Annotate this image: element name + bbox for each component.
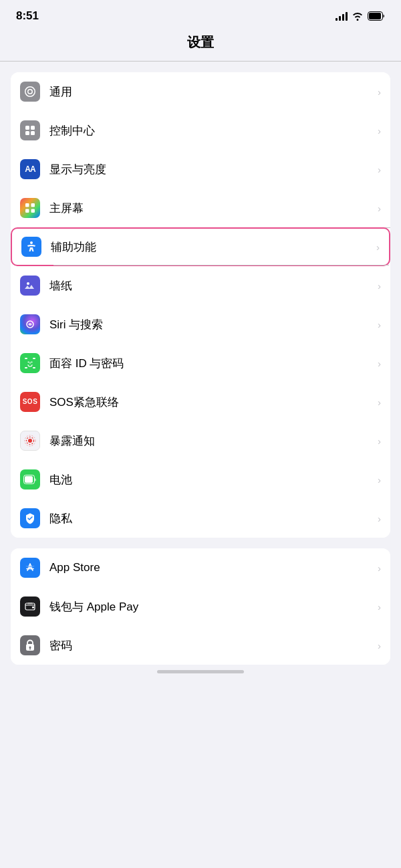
svg-rect-1 <box>369 13 381 19</box>
row-display[interactable]: AA 显示与亮度 › <box>11 150 390 189</box>
chevron-passwords: › <box>378 640 381 651</box>
row-privacy[interactable]: 隐私 › <box>11 499 390 538</box>
label-accessibility: 辅助功能 <box>51 239 372 255</box>
settings-section-2: App Store › 钱包与 Apple Pay › 密码 <box>11 548 390 665</box>
svg-rect-6 <box>25 203 29 207</box>
chevron-sos: › <box>378 397 381 408</box>
row-control-center[interactable]: 控制中心 › <box>11 111 390 150</box>
chevron-homescreen: › <box>378 203 381 214</box>
label-appstore: App Store <box>49 561 374 574</box>
status-icons <box>336 11 385 21</box>
page-title: 设置 <box>187 35 214 49</box>
svg-rect-14 <box>33 358 35 359</box>
svg-rect-24 <box>25 476 33 483</box>
row-siri[interactable]: Siri 与搜索 › <box>11 305 390 344</box>
svg-rect-27 <box>32 607 34 609</box>
svg-rect-15 <box>25 367 27 368</box>
svg-rect-9 <box>31 209 35 213</box>
svg-point-20 <box>28 439 32 443</box>
settings-section-1: 通用 › 控制中心 › AA 显示与亮度 › <box>11 72 390 538</box>
icon-battery <box>20 469 40 490</box>
icon-accessibility <box>21 237 41 257</box>
chevron-control-center: › <box>378 125 381 136</box>
chevron-wallet: › <box>378 601 381 613</box>
row-wallpaper[interactable]: 墙纸 › <box>11 266 390 305</box>
chevron-wallpaper: › <box>378 280 381 292</box>
svg-rect-3 <box>31 126 35 130</box>
label-passwords: 密码 <box>49 638 374 653</box>
chevron-battery: › <box>378 474 381 485</box>
row-passwords[interactable]: 密码 › <box>11 626 390 665</box>
svg-rect-16 <box>33 367 35 368</box>
icon-control-center <box>20 120 40 140</box>
svg-rect-5 <box>31 131 35 135</box>
label-battery: 电池 <box>49 472 374 487</box>
row-homescreen[interactable]: 主屏幕 › <box>11 189 390 227</box>
label-wallpaper: 墙纸 <box>49 278 374 294</box>
chevron-exposure: › <box>378 435 381 447</box>
svg-rect-8 <box>25 209 29 213</box>
row-general[interactable]: 通用 › <box>11 72 390 111</box>
label-wallet: 钱包与 Apple Pay <box>49 599 374 615</box>
page-title-bar: 设置 <box>0 28 401 61</box>
icon-general <box>20 82 40 102</box>
svg-rect-2 <box>25 126 29 130</box>
chevron-privacy: › <box>378 513 381 524</box>
svg-point-18 <box>31 362 33 363</box>
status-bar: 8:51 <box>0 0 401 28</box>
chevron-appstore: › <box>378 562 381 574</box>
icon-privacy <box>20 508 40 528</box>
svg-point-11 <box>27 282 29 285</box>
row-appstore[interactable]: App Store › <box>11 548 390 587</box>
row-wallet[interactable]: 钱包与 Apple Pay › <box>11 587 390 626</box>
icon-appstore <box>20 558 40 578</box>
chevron-siri: › <box>378 319 381 330</box>
row-faceid[interactable]: 面容 ID 与密码 › <box>11 344 390 383</box>
label-privacy: 隐私 <box>49 511 374 526</box>
svg-point-17 <box>28 362 29 363</box>
icon-faceid <box>20 353 40 373</box>
icon-exposure <box>20 431 40 451</box>
svg-rect-7 <box>31 203 35 207</box>
section-divider-top <box>0 61 401 62</box>
svg-point-10 <box>30 241 33 244</box>
label-display: 显示与亮度 <box>49 162 374 177</box>
icon-sos: SOS <box>20 392 40 412</box>
row-battery[interactable]: 电池 › <box>11 460 390 499</box>
label-siri: Siri 与搜索 <box>49 317 374 332</box>
svg-rect-4 <box>25 131 29 135</box>
label-general: 通用 <box>49 84 374 100</box>
icon-display: AA <box>20 159 40 179</box>
chevron-display: › <box>378 164 381 175</box>
row-accessibility[interactable]: 辅助功能 › <box>11 227 390 266</box>
signal-icon <box>336 11 348 21</box>
wifi-icon <box>352 11 364 21</box>
icon-passwords <box>20 635 40 655</box>
label-exposure: 暴露通知 <box>49 433 374 449</box>
row-sos[interactable]: SOS SOS紧急联络 › <box>11 383 390 421</box>
icon-siri <box>20 314 40 334</box>
svg-rect-13 <box>25 358 27 359</box>
label-sos: SOS紧急联络 <box>49 395 374 410</box>
icon-wallet <box>20 596 40 617</box>
label-control-center: 控制中心 <box>49 123 374 138</box>
chevron-general: › <box>378 86 381 98</box>
label-faceid: 面容 ID 与密码 <box>49 356 374 371</box>
home-bar <box>157 670 244 673</box>
chevron-faceid: › <box>378 358 381 369</box>
chevron-accessibility: › <box>376 241 380 253</box>
icon-homescreen <box>20 198 40 218</box>
home-indicator <box>0 665 401 676</box>
row-exposure[interactable]: 暴露通知 › <box>11 421 390 460</box>
label-homescreen: 主屏幕 <box>49 201 374 216</box>
icon-wallpaper <box>20 276 40 296</box>
status-time: 8:51 <box>16 9 39 23</box>
battery-icon <box>368 11 385 21</box>
